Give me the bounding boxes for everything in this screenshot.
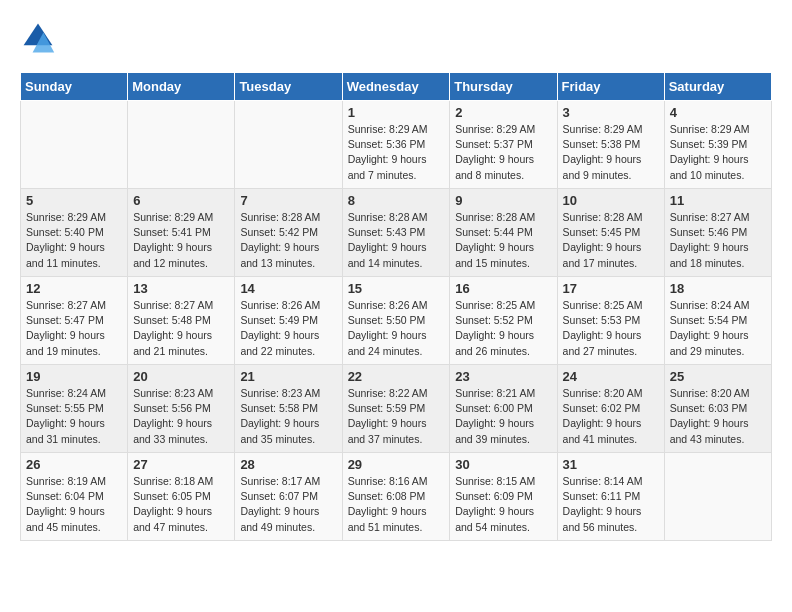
day-number: 27 [133, 457, 229, 472]
day-info: Sunrise: 8:27 AM Sunset: 5:47 PM Dayligh… [26, 298, 122, 359]
calendar-day-6: 6Sunrise: 8:29 AM Sunset: 5:41 PM Daylig… [128, 189, 235, 277]
calendar-day-16: 16Sunrise: 8:25 AM Sunset: 5:52 PM Dayli… [450, 277, 557, 365]
day-number: 26 [26, 457, 122, 472]
day-number: 17 [563, 281, 659, 296]
day-info: Sunrise: 8:16 AM Sunset: 6:08 PM Dayligh… [348, 474, 445, 535]
day-number: 10 [563, 193, 659, 208]
day-number: 25 [670, 369, 766, 384]
day-number: 19 [26, 369, 122, 384]
calendar-header: SundayMondayTuesdayWednesdayThursdayFrid… [21, 73, 772, 101]
day-number: 9 [455, 193, 551, 208]
calendar-day-26: 26Sunrise: 8:19 AM Sunset: 6:04 PM Dayli… [21, 453, 128, 541]
day-info: Sunrise: 8:29 AM Sunset: 5:37 PM Dayligh… [455, 122, 551, 183]
day-number: 13 [133, 281, 229, 296]
day-info: Sunrise: 8:29 AM Sunset: 5:41 PM Dayligh… [133, 210, 229, 271]
calendar-body: 1Sunrise: 8:29 AM Sunset: 5:36 PM Daylig… [21, 101, 772, 541]
calendar-weekday-tuesday: Tuesday [235, 73, 342, 101]
day-number: 28 [240, 457, 336, 472]
day-number: 3 [563, 105, 659, 120]
calendar-day-4: 4Sunrise: 8:29 AM Sunset: 5:39 PM Daylig… [664, 101, 771, 189]
logo [20, 20, 62, 56]
day-number: 24 [563, 369, 659, 384]
calendar-day-25: 25Sunrise: 8:20 AM Sunset: 6:03 PM Dayli… [664, 365, 771, 453]
calendar-weekday-friday: Friday [557, 73, 664, 101]
day-info: Sunrise: 8:17 AM Sunset: 6:07 PM Dayligh… [240, 474, 336, 535]
calendar-week-row: 1Sunrise: 8:29 AM Sunset: 5:36 PM Daylig… [21, 101, 772, 189]
day-number: 14 [240, 281, 336, 296]
calendar-day-24: 24Sunrise: 8:20 AM Sunset: 6:02 PM Dayli… [557, 365, 664, 453]
day-info: Sunrise: 8:28 AM Sunset: 5:43 PM Dayligh… [348, 210, 445, 271]
calendar-day-27: 27Sunrise: 8:18 AM Sunset: 6:05 PM Dayli… [128, 453, 235, 541]
calendar-day-23: 23Sunrise: 8:21 AM Sunset: 6:00 PM Dayli… [450, 365, 557, 453]
calendar-day-7: 7Sunrise: 8:28 AM Sunset: 5:42 PM Daylig… [235, 189, 342, 277]
day-info: Sunrise: 8:14 AM Sunset: 6:11 PM Dayligh… [563, 474, 659, 535]
calendar-week-row: 19Sunrise: 8:24 AM Sunset: 5:55 PM Dayli… [21, 365, 772, 453]
calendar-week-row: 5Sunrise: 8:29 AM Sunset: 5:40 PM Daylig… [21, 189, 772, 277]
calendar-day-15: 15Sunrise: 8:26 AM Sunset: 5:50 PM Dayli… [342, 277, 450, 365]
calendar-day-1: 1Sunrise: 8:29 AM Sunset: 5:36 PM Daylig… [342, 101, 450, 189]
day-info: Sunrise: 8:15 AM Sunset: 6:09 PM Dayligh… [455, 474, 551, 535]
calendar-empty-cell [128, 101, 235, 189]
calendar-day-18: 18Sunrise: 8:24 AM Sunset: 5:54 PM Dayli… [664, 277, 771, 365]
calendar-day-2: 2Sunrise: 8:29 AM Sunset: 5:37 PM Daylig… [450, 101, 557, 189]
day-number: 20 [133, 369, 229, 384]
day-info: Sunrise: 8:26 AM Sunset: 5:50 PM Dayligh… [348, 298, 445, 359]
calendar-day-20: 20Sunrise: 8:23 AM Sunset: 5:56 PM Dayli… [128, 365, 235, 453]
calendar-table: SundayMondayTuesdayWednesdayThursdayFrid… [20, 72, 772, 541]
day-number: 16 [455, 281, 551, 296]
day-number: 23 [455, 369, 551, 384]
calendar-day-9: 9Sunrise: 8:28 AM Sunset: 5:44 PM Daylig… [450, 189, 557, 277]
day-number: 21 [240, 369, 336, 384]
day-number: 22 [348, 369, 445, 384]
day-info: Sunrise: 8:29 AM Sunset: 5:40 PM Dayligh… [26, 210, 122, 271]
day-info: Sunrise: 8:29 AM Sunset: 5:39 PM Dayligh… [670, 122, 766, 183]
day-number: 8 [348, 193, 445, 208]
day-number: 1 [348, 105, 445, 120]
calendar-weekday-monday: Monday [128, 73, 235, 101]
calendar-day-17: 17Sunrise: 8:25 AM Sunset: 5:53 PM Dayli… [557, 277, 664, 365]
calendar-weekday-sunday: Sunday [21, 73, 128, 101]
calendar-day-19: 19Sunrise: 8:24 AM Sunset: 5:55 PM Dayli… [21, 365, 128, 453]
page-header [20, 20, 772, 56]
calendar-week-row: 12Sunrise: 8:27 AM Sunset: 5:47 PM Dayli… [21, 277, 772, 365]
day-number: 6 [133, 193, 229, 208]
calendar-day-21: 21Sunrise: 8:23 AM Sunset: 5:58 PM Dayli… [235, 365, 342, 453]
day-info: Sunrise: 8:27 AM Sunset: 5:48 PM Dayligh… [133, 298, 229, 359]
day-info: Sunrise: 8:20 AM Sunset: 6:02 PM Dayligh… [563, 386, 659, 447]
day-number: 31 [563, 457, 659, 472]
calendar-empty-cell [235, 101, 342, 189]
calendar-header-row: SundayMondayTuesdayWednesdayThursdayFrid… [21, 73, 772, 101]
day-info: Sunrise: 8:19 AM Sunset: 6:04 PM Dayligh… [26, 474, 122, 535]
calendar-week-row: 26Sunrise: 8:19 AM Sunset: 6:04 PM Dayli… [21, 453, 772, 541]
calendar-day-12: 12Sunrise: 8:27 AM Sunset: 5:47 PM Dayli… [21, 277, 128, 365]
day-info: Sunrise: 8:21 AM Sunset: 6:00 PM Dayligh… [455, 386, 551, 447]
day-info: Sunrise: 8:18 AM Sunset: 6:05 PM Dayligh… [133, 474, 229, 535]
calendar-day-22: 22Sunrise: 8:22 AM Sunset: 5:59 PM Dayli… [342, 365, 450, 453]
calendar-weekday-wednesday: Wednesday [342, 73, 450, 101]
calendar-empty-cell [664, 453, 771, 541]
day-info: Sunrise: 8:26 AM Sunset: 5:49 PM Dayligh… [240, 298, 336, 359]
day-info: Sunrise: 8:23 AM Sunset: 5:58 PM Dayligh… [240, 386, 336, 447]
day-info: Sunrise: 8:20 AM Sunset: 6:03 PM Dayligh… [670, 386, 766, 447]
calendar-day-14: 14Sunrise: 8:26 AM Sunset: 5:49 PM Dayli… [235, 277, 342, 365]
day-info: Sunrise: 8:25 AM Sunset: 5:52 PM Dayligh… [455, 298, 551, 359]
day-number: 29 [348, 457, 445, 472]
day-number: 18 [670, 281, 766, 296]
calendar-weekday-saturday: Saturday [664, 73, 771, 101]
calendar-day-11: 11Sunrise: 8:27 AM Sunset: 5:46 PM Dayli… [664, 189, 771, 277]
day-info: Sunrise: 8:28 AM Sunset: 5:45 PM Dayligh… [563, 210, 659, 271]
day-number: 30 [455, 457, 551, 472]
calendar-day-29: 29Sunrise: 8:16 AM Sunset: 6:08 PM Dayli… [342, 453, 450, 541]
day-number: 11 [670, 193, 766, 208]
day-info: Sunrise: 8:25 AM Sunset: 5:53 PM Dayligh… [563, 298, 659, 359]
calendar-weekday-thursday: Thursday [450, 73, 557, 101]
day-info: Sunrise: 8:23 AM Sunset: 5:56 PM Dayligh… [133, 386, 229, 447]
day-info: Sunrise: 8:28 AM Sunset: 5:44 PM Dayligh… [455, 210, 551, 271]
calendar-day-30: 30Sunrise: 8:15 AM Sunset: 6:09 PM Dayli… [450, 453, 557, 541]
calendar-empty-cell [21, 101, 128, 189]
day-info: Sunrise: 8:24 AM Sunset: 5:54 PM Dayligh… [670, 298, 766, 359]
calendar-day-31: 31Sunrise: 8:14 AM Sunset: 6:11 PM Dayli… [557, 453, 664, 541]
day-info: Sunrise: 8:27 AM Sunset: 5:46 PM Dayligh… [670, 210, 766, 271]
day-number: 12 [26, 281, 122, 296]
day-number: 7 [240, 193, 336, 208]
